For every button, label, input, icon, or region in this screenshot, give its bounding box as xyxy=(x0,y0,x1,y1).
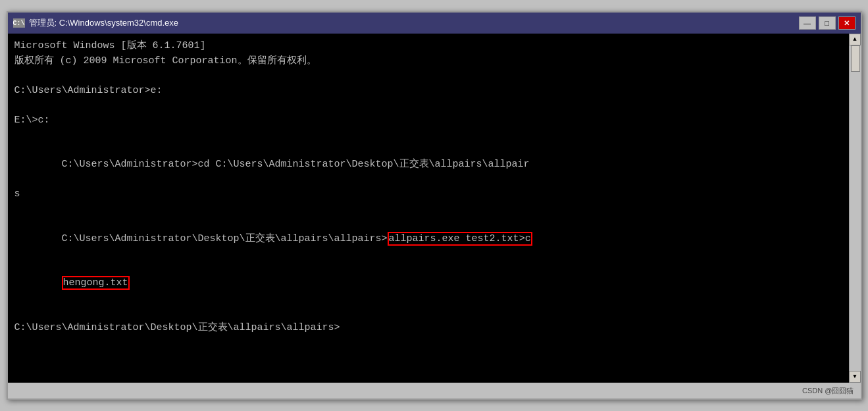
terminal-line-11 xyxy=(14,306,842,321)
terminal-line-2: 版权所有 (c) 2009 Microsoft Corporation。保留所有… xyxy=(14,54,842,69)
highlighted-command-2: hengong.txt xyxy=(62,276,130,290)
scroll-up-button[interactable]: ▲ xyxy=(849,34,861,45)
window-controls: — □ ✕ xyxy=(799,16,855,30)
terminal-prompt: C:\Users\Administrator\Desktop\正交表\allpa… xyxy=(62,233,388,244)
bottom-bar: CSDN @囧囧猫 xyxy=(8,383,861,398)
content-area: Microsoft Windows [版本 6.1.7601] 版权所有 (c)… xyxy=(8,34,861,383)
scroll-down-button[interactable]: ▼ xyxy=(849,371,861,383)
minimize-button[interactable]: — xyxy=(799,16,816,30)
terminal-output[interactable]: Microsoft Windows [版本 6.1.7601] 版权所有 (c)… xyxy=(8,34,849,383)
title-bar-text: 管理员: C:\Windows\system32\cmd.exe xyxy=(29,17,799,29)
terminal-line-8b: s xyxy=(14,187,842,202)
terminal-line-9 xyxy=(14,202,842,217)
terminal-line-12: C:\Users\Administrator\Desktop\正交表\allpa… xyxy=(14,321,842,336)
highlighted-command-1: allpairs.exe test2.txt>c xyxy=(388,232,532,246)
cmd-window: C:\ 管理员: C:\Windows\system32\cmd.exe — □… xyxy=(7,11,862,400)
terminal-line-6: E:\>c: xyxy=(14,113,842,128)
scrollbar-track[interactable] xyxy=(850,45,861,371)
terminal-line-10: C:\Users\Administrator\Desktop\正交表\allpa… xyxy=(14,217,842,261)
title-bar: C:\ 管理员: C:\Windows\system32\cmd.exe — □… xyxy=(8,13,861,34)
window-icon: C:\ xyxy=(13,18,25,28)
terminal-line-3 xyxy=(14,68,842,84)
scrollbar-thumb[interactable] xyxy=(851,45,860,72)
scrollbar[interactable]: ▲ ▼ xyxy=(849,34,861,383)
terminal-line-5 xyxy=(14,98,842,113)
terminal-line-8: C:\Users\Administrator>cd C:\Users\Admin… xyxy=(14,143,842,188)
close-button[interactable]: ✕ xyxy=(838,16,855,30)
terminal-line-4: C:\Users\Administrator>e: xyxy=(14,84,842,99)
terminal-line-7 xyxy=(14,128,842,143)
terminal-line-1: Microsoft Windows [版本 6.1.7601] xyxy=(14,39,842,54)
restore-button[interactable]: □ xyxy=(819,16,836,30)
terminal-line-10-cont: hengong.txt xyxy=(14,261,842,306)
watermark: CSDN @囧囧猫 xyxy=(802,386,854,396)
